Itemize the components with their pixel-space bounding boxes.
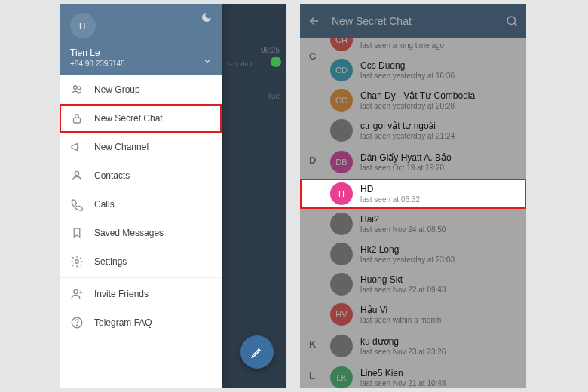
drawer-item-contacts[interactable]: Contacts: [60, 161, 222, 190]
contact-row[interactable]: CCChan Dy - Vật Tư Combodialast seen yes…: [300, 85, 526, 115]
contact-row[interactable]: Hai?last seen Nov 24 at 08:50: [300, 209, 526, 239]
drawer-item-telegram-faq[interactable]: Telegram FAQ: [60, 308, 222, 337]
back-icon[interactable]: [308, 14, 321, 28]
drawer-item-label: Telegram FAQ: [94, 317, 152, 328]
contact-status: last seen Oct 19 at 19:20: [360, 164, 452, 172]
contact-status: last seen Nov 22 at 09:43: [360, 286, 446, 294]
help-icon: [70, 316, 84, 329]
background-chat-preview: 06:25 s code t... Tue: [218, 41, 286, 105]
contact-meta: Dán Giấy Hyatt A. Bảolast seen Oct 19 at…: [360, 152, 452, 172]
drawer-item-label: New Channel: [94, 142, 149, 152]
drawer-item-label: New Group: [94, 84, 140, 95]
drawer-item-label: Invite Friends: [94, 289, 149, 299]
contact-meta: Chan Dy - Vật Tư Combodialast seen yeste…: [360, 90, 475, 110]
message-bubble: s code t...: [224, 57, 262, 71]
svg-point-5: [74, 289, 78, 293]
left-phone-frame: 06:25 s code t... Tue TL Tien Le +84 90 …: [60, 4, 286, 388]
contact-meta: ku dươnglast seen Nov 23 at 23:26: [360, 336, 446, 356]
contact-name: Hậu Vi: [360, 305, 441, 315]
contact-row[interactable]: ctr gọi vật tư ngoàilast seen yesterday …: [300, 115, 526, 145]
right-phone-frame: New Secret Chat CCH...last seen a long t…: [300, 4, 526, 388]
contact-name: Hai?: [360, 214, 446, 225]
contact-name: Chan Dy - Vật Tư Combodia: [360, 90, 475, 101]
drawer-item-label: Contacts: [94, 170, 130, 181]
contact-meta: Huong Sktlast seen Nov 22 at 09:43: [360, 274, 446, 294]
contact-picker-header: New Secret Chat: [300, 4, 526, 38]
user-name: Tien Le: [70, 47, 211, 58]
svg-point-8: [507, 17, 516, 25]
contact-status: last seen yesterday at 23:03: [360, 256, 455, 264]
contact-meta: Hk2 Longlast seen yesterday at 23:03: [360, 244, 455, 264]
contact-status: last seen Nov 23 at 23:26: [360, 348, 446, 356]
contact-meta: Ccs Duonglast seen yesterday at 16:36: [360, 60, 455, 80]
contact-row[interactable]: Hk2 Longlast seen yesterday at 23:03: [300, 239, 526, 269]
contact-avatar: [330, 243, 353, 265]
contact-name: Line5 Kien: [360, 368, 446, 378]
drawer-item-new-channel[interactable]: New Channel: [60, 133, 222, 161]
contact-name: Hk2 Long: [360, 244, 455, 255]
contact-name: Ccs Duong: [360, 60, 455, 71]
svg-point-1: [78, 87, 81, 90]
contact-status: last seen a long time ago: [360, 41, 444, 50]
lock-icon: [70, 112, 84, 125]
contact-avatar: CH: [330, 38, 353, 51]
svg-point-3: [75, 171, 78, 175]
contact-name: ...: [360, 38, 444, 41]
drawer-item-new-group[interactable]: New Group: [60, 75, 222, 104]
contact-avatar: CD: [330, 59, 353, 81]
contact-row[interactable]: CH...last seen a long time ago: [300, 38, 526, 55]
user-avatar: TL: [70, 13, 96, 38]
compose-fab[interactable]: [240, 335, 274, 369]
drawer-item-label: Calls: [94, 199, 115, 210]
contact-list[interactable]: CCH...last seen a long time agoCDCcs Duo…: [300, 38, 526, 388]
contact-row[interactable]: HHDlast seen at 06:32: [300, 179, 526, 209]
contact-meta: HDlast seen at 06:32: [360, 184, 420, 204]
svg-point-4: [75, 260, 79, 264]
contact-status: last seen yesterday at 20:28: [360, 102, 475, 110]
svg-point-7: [76, 325, 77, 326]
chevron-down-icon[interactable]: [202, 56, 213, 66]
contact-avatar: H: [330, 182, 353, 205]
drawer-item-new-secret-chat[interactable]: New Secret Chat: [60, 104, 222, 133]
unread-dot: [271, 57, 281, 67]
contact-name: Huong Skt: [360, 274, 446, 285]
contact-meta: ctr gọi vật tư ngoàilast seen yesterday …: [360, 121, 455, 140]
contact-avatar: LK: [330, 366, 353, 388]
message-time: 06:25: [224, 46, 280, 54]
page-title: New Secret Chat: [332, 15, 495, 27]
drawer-item-settings[interactable]: Settings: [60, 247, 222, 276]
contact-row[interactable]: LKLine5 Kienlast seen Nov 21 at 10:48: [300, 363, 526, 388]
contact-meta: ...last seen a long time ago: [360, 38, 444, 50]
night-mode-icon[interactable]: [201, 11, 213, 23]
contact-row[interactable]: ku dươnglast seen Nov 23 at 23:26: [300, 331, 526, 361]
contact-avatar: [330, 273, 353, 296]
drawer-header[interactable]: TL Tien Le +84 90 2395145: [60, 4, 222, 75]
contact-status: last seen yesterday at 16:36: [360, 72, 455, 80]
contact-row[interactable]: HVHậu Vilast seen within a month: [300, 299, 526, 329]
drawer-item-label: Settings: [94, 256, 127, 267]
contact-meta: Hậu Vilast seen within a month: [360, 305, 441, 324]
divider: [60, 277, 222, 278]
contact-row[interactable]: Huong Sktlast seen Nov 22 at 09:43: [300, 269, 526, 299]
contact-row[interactable]: CDCcs Duonglast seen yesterday at 16:36: [300, 55, 526, 85]
drawer-item-label: Saved Messages: [94, 228, 164, 238]
person-icon: [70, 169, 84, 182]
drawer-item-invite-friends[interactable]: Invite Friends: [60, 280, 222, 308]
search-icon[interactable]: [505, 14, 519, 28]
contact-status: last seen yesterday at 21:24: [360, 132, 455, 140]
contact-row[interactable]: DBDán Giấy Hyatt A. Bảolast seen Oct 19 …: [300, 147, 526, 177]
contact-avatar: HV: [330, 303, 353, 326]
contact-name: ctr gọi vật tư ngoài: [360, 121, 455, 131]
gear-icon: [70, 255, 84, 268]
contact-avatar: [330, 213, 353, 235]
drawer-item-calls[interactable]: Calls: [60, 190, 222, 219]
navigation-drawer: TL Tien Le +84 90 2395145 New GroupNew S…: [60, 4, 222, 388]
drawer-item-saved-messages[interactable]: Saved Messages: [60, 219, 222, 247]
contact-status: last seen Nov 21 at 10:48: [360, 379, 446, 387]
add-person-icon: [70, 287, 84, 301]
contact-status: last seen Nov 24 at 08:50: [360, 225, 446, 234]
svg-rect-2: [74, 118, 81, 123]
drawer-menu: New GroupNew Secret ChatNew ChannelConta…: [60, 75, 222, 388]
pencil-icon: [250, 345, 264, 359]
contact-name: Dán Giấy Hyatt A. Bảo: [360, 152, 452, 163]
